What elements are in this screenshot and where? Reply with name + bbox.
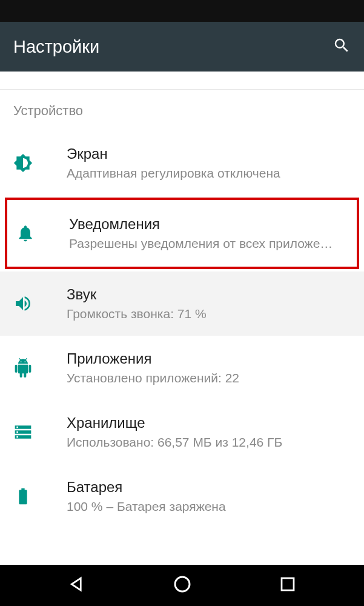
bell-icon	[16, 224, 35, 243]
nav-home-button[interactable]	[173, 574, 192, 596]
list-item-battery[interactable]: Батарея 100 % – Батарея заряжена	[0, 464, 364, 528]
item-subtitle: Громкость звонка: 71 %	[67, 307, 351, 321]
item-subtitle: Использовано: 66,57 МБ из 12,46 ГБ	[67, 435, 351, 450]
item-title: Уведомления	[69, 216, 348, 233]
item-subtitle: Установлено приложений: 22	[67, 371, 351, 385]
item-title: Батарея	[67, 479, 351, 496]
item-title: Хранилище	[67, 415, 351, 431]
storage-icon	[13, 422, 33, 442]
svg-point-0	[175, 577, 190, 591]
svg-rect-1	[282, 578, 294, 590]
item-subtitle: Разрешены уведомления от всех приложе…	[69, 236, 348, 251]
item-texts: Приложения Установлено приложений: 22	[67, 350, 351, 385]
app-bar: Настройки	[0, 22, 364, 72]
icon-wrap	[13, 358, 67, 378]
item-texts: Хранилище Использовано: 66,57 МБ из 12,4…	[67, 415, 351, 450]
section-header: Устройство	[0, 90, 364, 131]
search-icon	[333, 36, 351, 55]
volume-icon	[13, 294, 33, 313]
item-title: Экран	[67, 145, 351, 162]
list-item-notifications[interactable]: Уведомления Разрешены уведомления от все…	[7, 200, 357, 267]
icon-wrap	[13, 422, 67, 442]
list-item-apps[interactable]: Приложения Установлено приложений: 22	[0, 336, 364, 400]
highlight-annotation: Уведомления Разрешены уведомления от все…	[5, 198, 359, 269]
item-texts: Экран Адаптивная регулировка отключена	[67, 145, 351, 181]
list-item-sound[interactable]: Звук Громкость звонка: 71 %	[0, 271, 364, 336]
battery-icon	[13, 487, 33, 506]
item-title: Приложения	[67, 350, 351, 367]
list-item-display[interactable]: Экран Адаптивная регулировка отключена	[0, 131, 364, 195]
nav-recent-button[interactable]	[279, 575, 297, 596]
item-subtitle: 100 % – Батарея заряжена	[67, 499, 351, 514]
home-circle-icon	[173, 574, 192, 594]
icon-wrap	[13, 153, 67, 173]
icon-wrap	[13, 487, 67, 506]
item-title: Звук	[67, 286, 351, 303]
item-texts: Уведомления Разрешены уведомления от все…	[69, 216, 348, 251]
item-subtitle: Адаптивная регулировка отключена	[67, 166, 351, 181]
navigation-bar	[0, 565, 364, 606]
search-button[interactable]	[333, 36, 351, 57]
list-item-storage[interactable]: Хранилище Использовано: 66,57 МБ из 12,4…	[0, 400, 364, 464]
icon-wrap	[13, 294, 67, 313]
icon-wrap	[16, 224, 69, 243]
content: Устройство Экран Адаптивная регулировка …	[0, 72, 364, 528]
spacer	[0, 72, 364, 90]
back-triangle-icon	[68, 575, 86, 593]
android-icon	[13, 358, 33, 378]
item-texts: Звук Громкость звонка: 71 %	[67, 286, 351, 321]
nav-back-button[interactable]	[68, 575, 86, 596]
status-bar	[0, 0, 364, 22]
recent-square-icon	[279, 575, 297, 593]
page-title: Настройки	[13, 37, 99, 57]
brightness-icon	[13, 153, 33, 173]
item-texts: Батарея 100 % – Батарея заряжена	[67, 479, 351, 514]
